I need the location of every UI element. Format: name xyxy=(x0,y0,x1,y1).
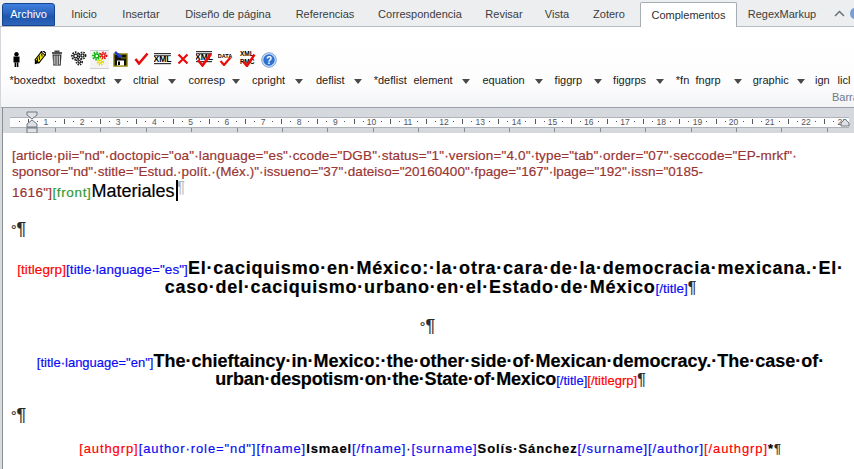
svg-text:XML: XML xyxy=(240,50,254,57)
svg-text:XML: XML xyxy=(154,54,171,64)
svg-text:?: ? xyxy=(266,55,272,66)
